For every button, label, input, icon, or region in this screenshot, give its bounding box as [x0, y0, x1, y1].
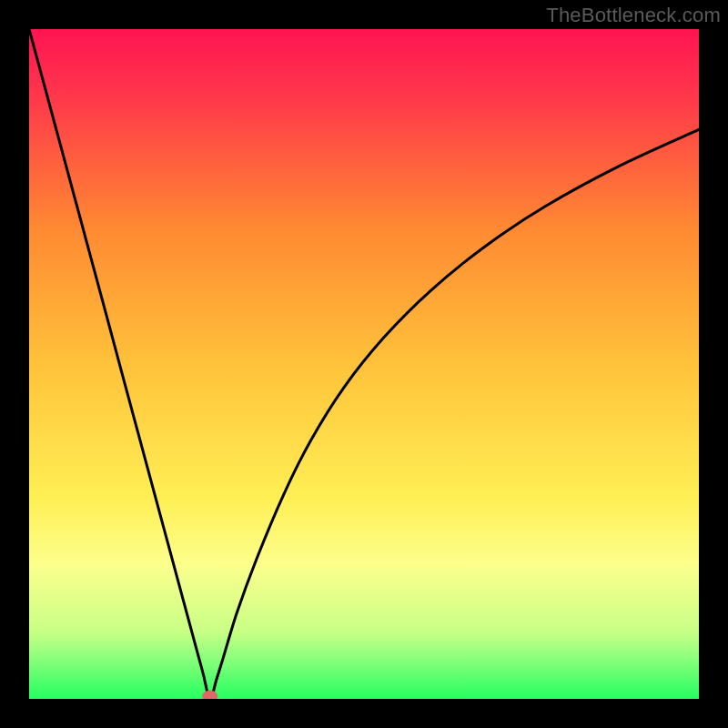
- plot-area: [29, 29, 699, 699]
- chart-frame: TheBottleneck.com: [0, 0, 728, 728]
- gradient-background: [29, 29, 699, 699]
- bottleneck-chart: [29, 29, 699, 699]
- minimum-marker: [203, 691, 217, 699]
- watermark-text: TheBottleneck.com: [546, 4, 721, 27]
